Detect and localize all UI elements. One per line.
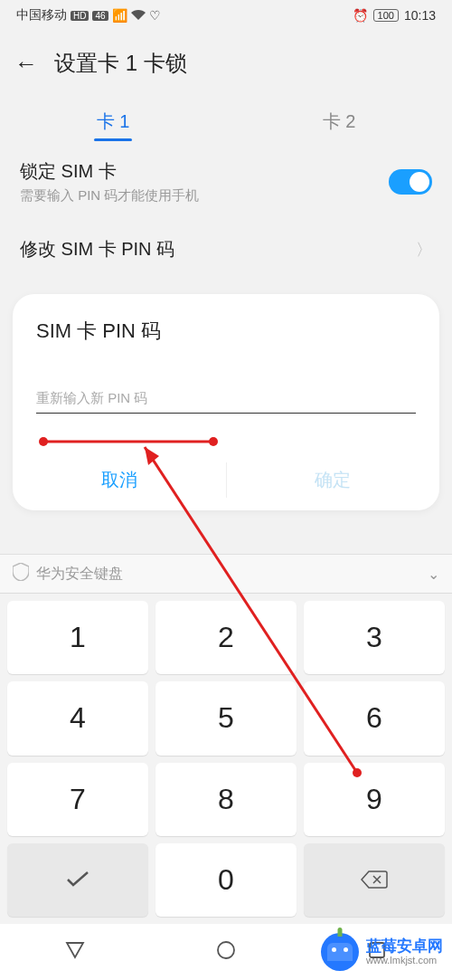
input-underline	[36, 413, 416, 414]
wifi-icon	[131, 8, 146, 23]
dialog-buttons: 取消 确定	[13, 450, 439, 510]
watermark-text: 蓝莓安卓网 www.lmkjst.com	[366, 938, 443, 966]
sim-lock-toggle[interactable]	[389, 169, 432, 195]
nav-home-button[interactable]	[216, 940, 236, 964]
key-done[interactable]	[7, 843, 148, 917]
svg-point-0	[218, 942, 234, 958]
battery-indicator: 100	[373, 9, 399, 22]
net-badge: 46	[92, 11, 108, 21]
key-2[interactable]: 2	[155, 601, 297, 674]
dialog-title: SIM 卡 PIN 码	[13, 318, 439, 345]
keyboard-header: 华为安全键盘 ⌄	[0, 554, 452, 594]
key-backspace[interactable]	[304, 843, 445, 917]
hd-badge: HD	[71, 11, 89, 21]
time-text: 10:13	[404, 8, 436, 23]
check-icon	[65, 871, 90, 889]
status-right: ⏰ 100 10:13	[353, 8, 436, 23]
watermark: 蓝莓安卓网 www.lmkjst.com	[321, 933, 443, 971]
key-5[interactable]: 5	[155, 681, 297, 755]
sim-lock-row: 锁定 SIM 卡 需要输入 PIN 码才能使用手机	[0, 147, 452, 215]
key-9[interactable]: 9	[304, 763, 445, 836]
watermark-url: www.lmkjst.com	[366, 955, 443, 966]
cancel-button[interactable]: 取消	[13, 450, 226, 510]
sim-lock-text: 锁定 SIM 卡 需要输入 PIN 码才能使用手机	[20, 159, 199, 205]
keypad: 1 2 3 4 5 6 7 8 9 0	[0, 594, 452, 924]
pin-placeholder: 重新输入新 PIN 码	[36, 390, 416, 407]
page-title: 设置卡 1 卡锁	[54, 49, 187, 78]
page-header: ← 设置卡 1 卡锁	[0, 31, 452, 96]
change-pin-label: 修改 SIM 卡 PIN 码	[20, 237, 174, 262]
chevron-right-icon: 〉	[416, 239, 432, 261]
key-8[interactable]: 8	[155, 763, 297, 836]
change-pin-row[interactable]: 修改 SIM 卡 PIN 码 〉	[0, 215, 452, 283]
key-0[interactable]: 0	[155, 843, 297, 917]
key-4[interactable]: 4	[7, 681, 148, 755]
key-6[interactable]: 6	[304, 681, 445, 755]
status-left: 中国移动 HD 46 📶 ♡	[16, 7, 161, 24]
signal-icon: 📶	[112, 8, 127, 23]
watermark-logo-icon	[321, 933, 359, 971]
key-3[interactable]: 3	[304, 601, 445, 674]
sim-lock-sub: 需要输入 PIN 码才能使用手机	[20, 187, 199, 205]
watermark-title: 蓝莓安卓网	[366, 938, 443, 956]
alarm-icon: ⏰	[353, 8, 368, 23]
nav-back-button[interactable]	[65, 940, 85, 964]
tabs: 卡 1 卡 2	[0, 96, 452, 147]
heart-icon: ♡	[149, 8, 161, 23]
tab-sim1[interactable]: 卡 1	[0, 99, 226, 145]
back-button[interactable]: ←	[14, 50, 38, 78]
tab-sim2[interactable]: 卡 2	[226, 99, 452, 145]
shield-icon	[13, 563, 29, 585]
keyboard-brand: 华为安全键盘	[13, 563, 123, 585]
status-bar: 中国移动 HD 46 📶 ♡ ⏰ 100 10:13	[0, 0, 452, 31]
keyboard-brand-text: 华为安全键盘	[36, 565, 123, 584]
keyboard-collapse-button[interactable]: ⌄	[428, 566, 439, 583]
confirm-button[interactable]: 确定	[227, 450, 440, 510]
pin-dialog: SIM 卡 PIN 码 重新输入新 PIN 码 取消 确定	[13, 294, 439, 510]
carrier-text: 中国移动	[16, 7, 67, 24]
sim-lock-label: 锁定 SIM 卡	[20, 159, 199, 184]
backspace-icon	[361, 870, 388, 890]
key-7[interactable]: 7	[7, 763, 148, 836]
key-1[interactable]: 1	[7, 601, 148, 674]
pin-input-area[interactable]: 重新输入新 PIN 码	[13, 345, 439, 414]
